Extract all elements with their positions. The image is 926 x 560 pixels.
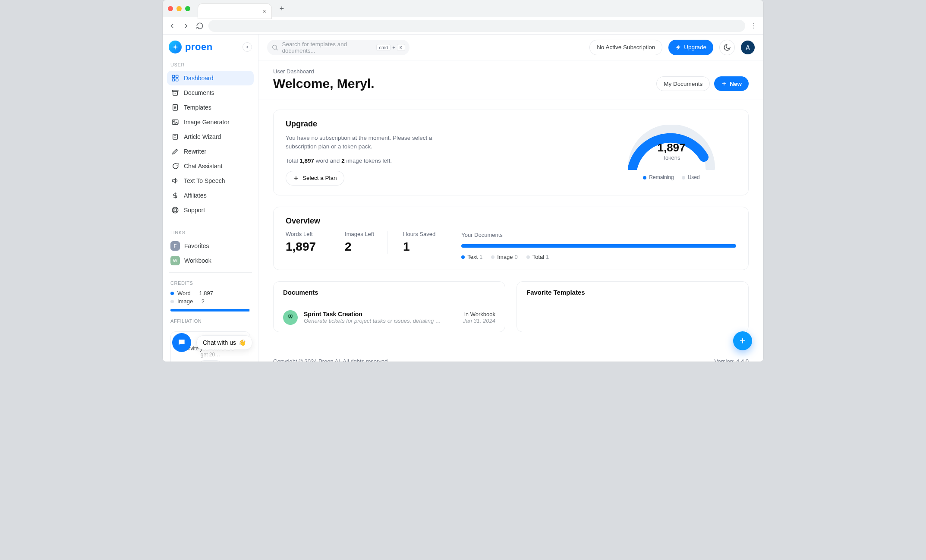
gauge-value: 1,897 xyxy=(626,141,717,154)
svg-rect-2 xyxy=(172,79,174,81)
sidebar-collapse-button[interactable] xyxy=(243,42,252,52)
upgrade-label: Upgrade xyxy=(684,44,706,50)
workbook-badge: W xyxy=(170,256,180,265)
sidebar-item-label: Support xyxy=(184,207,205,214)
search-shortcut: cmd + K xyxy=(376,44,405,51)
breadcrumb: User Dashboard xyxy=(273,68,375,75)
chat-fab[interactable] xyxy=(172,333,191,352)
sidebar-item-label: Rewriter xyxy=(184,148,206,155)
forward-icon[interactable] xyxy=(181,21,191,31)
sidebar-item-rewriter[interactable]: Rewriter xyxy=(167,144,254,159)
avatar[interactable]: A xyxy=(741,41,755,54)
sidebar-heading-user: USER xyxy=(167,59,254,71)
sidebar-item-label: Documents xyxy=(184,89,214,96)
sidebar-item-dashboard[interactable]: Dashboard xyxy=(167,71,254,85)
sidebar-link-favorites[interactable]: F Favorites xyxy=(167,239,254,253)
maximize-window-icon[interactable] xyxy=(185,6,190,11)
overview-title: Overview xyxy=(286,217,736,226)
footer-copyright: Copyright © 2024 Proen AI. All rights re… xyxy=(273,358,389,362)
svg-point-10 xyxy=(174,209,176,211)
plus-icon xyxy=(738,337,747,345)
documents-progress: Your Documents Text1 Image0 Total1 xyxy=(461,231,736,260)
theme-toggle[interactable] xyxy=(719,40,735,55)
credit-word: Word 1,897 xyxy=(167,289,254,297)
sidebar-link-workbook[interactable]: W Workbook xyxy=(167,253,254,268)
document-location: in Workbook xyxy=(463,311,495,318)
sidebar-item-support[interactable]: Support xyxy=(167,203,254,217)
sidebar-item-label: Image Generator xyxy=(184,119,230,126)
sidebar-item-article-wizard[interactable]: Article Wizard xyxy=(167,129,254,144)
browser-window: × + ⋮ proen xyxy=(163,0,763,362)
chat-widget: Chat with us 👋 xyxy=(172,333,252,352)
sidebar-heading-links: LINKS xyxy=(167,227,254,239)
chat-pill[interactable]: Chat with us 👋 xyxy=(196,335,252,350)
svg-rect-12 xyxy=(289,315,290,317)
sidebar-item-label: Chat Assistant xyxy=(184,163,223,170)
subscription-status[interactable]: No Active Subscription xyxy=(589,40,662,55)
document-title: Sprint Task Creation xyxy=(304,311,457,318)
window-controls xyxy=(168,6,190,11)
token-gauge: 1,897 Tokens Remaining Used xyxy=(607,120,736,186)
select-plan-label: Select a Plan xyxy=(302,175,337,181)
svg-rect-0 xyxy=(172,75,174,77)
upgrade-card: Upgrade You have no subscription at the … xyxy=(273,110,749,195)
chat-label: Chat with us xyxy=(203,339,236,346)
sidebar-item-affiliates[interactable]: Affiliates xyxy=(167,188,254,203)
titlebar: × + xyxy=(163,0,763,17)
select-plan-button[interactable]: Select a Plan xyxy=(286,171,344,186)
sidebar-item-label: Text To Speech xyxy=(184,177,225,184)
address-bar[interactable] xyxy=(208,20,745,32)
page-header: User Dashboard Welcome, Meryl. My Docume… xyxy=(258,60,763,100)
sidebar-heading-credits: CREDITS xyxy=(167,277,254,289)
sidebar-item-tts[interactable]: Text To Speech xyxy=(167,173,254,188)
new-tab-button[interactable]: + xyxy=(276,3,288,15)
my-documents-button[interactable]: My Documents xyxy=(656,76,710,91)
page-title: Welcome, Meryl. xyxy=(273,76,375,91)
sidebar-item-chat-assistant[interactable]: Chat Assistant xyxy=(167,159,254,173)
sidebar-item-label: Affiliates xyxy=(184,192,207,199)
dot-grey-icon xyxy=(491,255,494,259)
sidebar-item-label: Dashboard xyxy=(184,75,214,82)
invite-button[interactable]: Invite xyxy=(199,360,221,362)
svg-point-7 xyxy=(173,121,175,122)
gauge-label: Tokens xyxy=(626,154,717,161)
create-fab[interactable] xyxy=(733,331,752,350)
sidebar-item-label: Templates xyxy=(184,104,211,111)
browser-menu-icon[interactable]: ⋮ xyxy=(749,22,759,30)
svg-point-11 xyxy=(273,45,277,49)
main: Search for templates and documents... cm… xyxy=(258,35,763,362)
dot-grey-icon xyxy=(682,176,685,179)
affiliation-text2: get 20… xyxy=(175,352,246,358)
sidebar-item-label: Article Wizard xyxy=(184,133,221,140)
plus-icon xyxy=(721,81,727,87)
upgrade-button[interactable]: Upgrade xyxy=(668,40,713,55)
back-icon[interactable] xyxy=(167,21,177,31)
chat-icon xyxy=(171,162,179,170)
browser-tab[interactable]: × xyxy=(198,4,271,19)
credit-progress xyxy=(170,309,250,311)
sidebar-item-image-generator[interactable]: Image Generator xyxy=(167,115,254,129)
brand[interactable]: proen xyxy=(169,41,213,53)
stat-words-left: Words Left 1,897 xyxy=(286,231,329,254)
credit-word-value: 1,897 xyxy=(199,290,213,296)
document-desc: Generate tickets for project tasks or is… xyxy=(304,318,442,324)
sidebar-item-documents[interactable]: Documents xyxy=(167,85,254,100)
document-row[interactable]: Sprint Task Creation Generate tickets fo… xyxy=(274,303,505,332)
document-type-icon xyxy=(283,310,298,325)
credit-image-value: 2 xyxy=(202,298,205,305)
lifebuoy-icon xyxy=(171,206,179,214)
reload-icon[interactable] xyxy=(195,21,205,31)
app-root: proen USER Dashboard Documents xyxy=(163,35,763,362)
upgrade-title: Upgrade xyxy=(286,120,594,129)
image-icon xyxy=(171,118,179,126)
minimize-window-icon[interactable] xyxy=(176,6,182,11)
close-tab-icon[interactable]: × xyxy=(263,8,266,15)
stat-images-left: Images Left 2 xyxy=(345,231,387,254)
search-input[interactable]: Search for templates and documents... cm… xyxy=(267,40,409,55)
footer: Copyright © 2024 Proen AI. All rights re… xyxy=(258,358,763,362)
credit-image-label: Image xyxy=(177,298,193,305)
favorite-templates-card: Favorite Templates xyxy=(517,281,749,332)
close-window-icon[interactable] xyxy=(168,6,173,11)
new-button[interactable]: New xyxy=(714,76,749,91)
sidebar-item-templates[interactable]: Templates xyxy=(167,100,254,115)
